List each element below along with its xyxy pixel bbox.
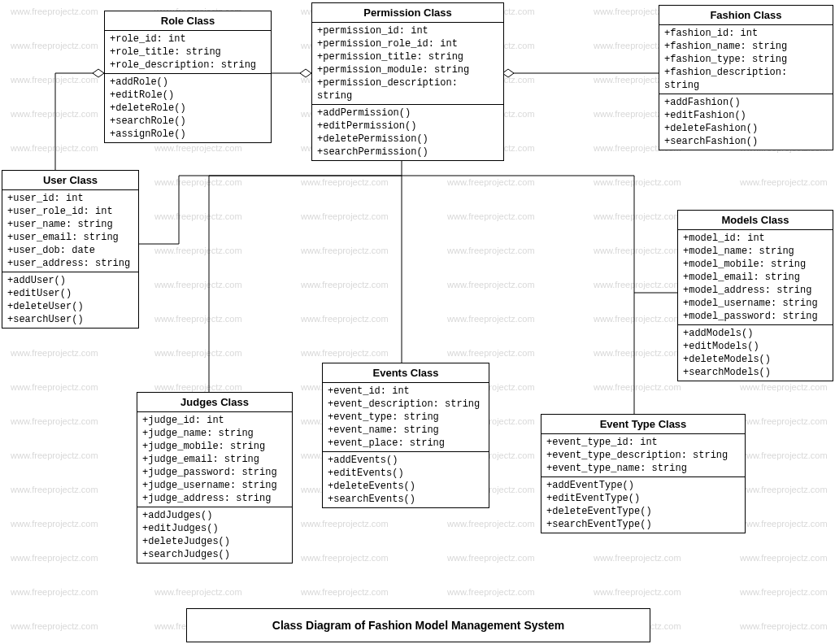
watermark-text: www.freeprojectz.com <box>740 519 828 529</box>
class-member: +addModels() <box>683 327 828 340</box>
class-attrs: +event_type_id: int+event_type_descripti… <box>541 434 745 476</box>
class-member: +editPermission() <box>317 120 498 133</box>
class-ops: +addRole()+editRole()+deleteRole()+searc… <box>105 73 271 142</box>
watermark-text: www.freeprojectz.com <box>154 587 242 597</box>
class-ops: +addPermission()+editPermission()+delete… <box>312 104 503 160</box>
class-models: Models Class +model_id: int+model_name: … <box>677 210 833 381</box>
class-member: +model_password: string <box>683 310 828 323</box>
class-member: +addUser() <box>7 274 133 287</box>
class-attrs: +user_id: int+user_role_id: int+user_nam… <box>2 190 138 272</box>
class-title: Role Class <box>105 11 271 31</box>
class-title: User Class <box>2 171 138 190</box>
watermark-text: www.freeprojectz.com <box>11 587 98 597</box>
class-member: +searchJudges() <box>142 548 287 561</box>
watermark-text: www.freeprojectz.com <box>301 519 389 529</box>
watermark-text: www.freeprojectz.com <box>301 587 389 597</box>
class-member: +addEventType() <box>546 479 740 492</box>
class-member: +judge_password: string <box>142 466 287 479</box>
watermark-text: www.freeprojectz.com <box>11 143 98 153</box>
class-ops: +addFashion()+editFashion()+deleteFashio… <box>659 94 833 150</box>
class-member: +user_name: string <box>7 218 133 231</box>
watermark-text: www.freeprojectz.com <box>740 485 828 494</box>
diagram-title-text: Class Diagram of Fashion Model Managemen… <box>272 619 564 632</box>
class-member: +event_type_description: string <box>546 449 740 462</box>
watermark-text: www.freeprojectz.com <box>154 211 242 221</box>
watermark-text: www.freeprojectz.com <box>154 382 242 392</box>
class-member: +searchEvents() <box>328 493 484 506</box>
watermark-text: www.freeprojectz.com <box>594 177 681 187</box>
watermark-text: www.freeprojectz.com <box>11 621 98 631</box>
class-member: +searchFashion() <box>664 135 828 148</box>
class-member: +event_description: string <box>328 398 484 411</box>
class-member: +model_id: int <box>683 232 828 245</box>
class-attrs: +role_id: int+role_title: string+role_de… <box>105 31 271 73</box>
class-member: +event_name: string <box>328 424 484 437</box>
watermark-text: www.freeprojectz.com <box>154 348 242 358</box>
class-member: +assignRole() <box>110 128 266 141</box>
watermark-text: www.freeprojectz.com <box>594 211 681 221</box>
class-member: +user_role_id: int <box>7 205 133 218</box>
class-title: Models Class <box>678 211 833 230</box>
watermark-text: www.freeprojectz.com <box>11 382 98 392</box>
class-member: +deleteModels() <box>683 353 828 366</box>
watermark-text: www.freeprojectz.com <box>447 348 535 358</box>
diagram-title: Class Diagram of Fashion Model Managemen… <box>186 608 650 642</box>
class-attrs: +permission_id: int+permission_role_id: … <box>312 23 503 104</box>
watermark-text: www.freeprojectz.com <box>594 246 681 255</box>
class-eventtype: Event Type Class +event_type_id: int+eve… <box>541 414 746 533</box>
watermark-text: www.freeprojectz.com <box>301 246 389 255</box>
watermark-text: www.freeprojectz.com <box>740 621 828 631</box>
class-title: Fashion Class <box>659 6 833 25</box>
class-judges: Judges Class +judge_id: int+judge_name: … <box>137 392 293 564</box>
class-member: +deleteJudges() <box>142 535 287 548</box>
class-member: +searchUser() <box>7 313 133 326</box>
watermark-text: www.freeprojectz.com <box>594 348 681 358</box>
watermark-text: www.freeprojectz.com <box>447 314 535 324</box>
watermark-text: www.freeprojectz.com <box>154 143 242 153</box>
class-title: Event Type Class <box>541 415 745 434</box>
watermark-text: www.freeprojectz.com <box>447 519 535 529</box>
watermark-text: www.freeprojectz.com <box>11 553 98 563</box>
watermark-text: www.freeprojectz.com <box>11 416 98 426</box>
class-member: +deleteEvents() <box>328 480 484 493</box>
watermark-text: www.freeprojectz.com <box>301 177 389 187</box>
watermark-text: www.freeprojectz.com <box>154 246 242 255</box>
watermark-text: www.freeprojectz.com <box>301 314 389 324</box>
class-member: +addFashion() <box>664 96 828 109</box>
watermark-text: www.freeprojectz.com <box>11 41 98 50</box>
class-member: +event_type_name: string <box>546 462 740 475</box>
watermark-text: www.freeprojectz.com <box>740 177 828 187</box>
class-member: +fashion_name: string <box>664 40 828 53</box>
class-member: +deleteFashion() <box>664 122 828 135</box>
class-title: Judges Class <box>137 393 292 412</box>
watermark-text: www.freeprojectz.com <box>447 211 535 221</box>
watermark-text: www.freeprojectz.com <box>594 280 681 289</box>
class-fashion: Fashion Class +fashion_id: int+fashion_n… <box>659 5 833 150</box>
class-member: +addJudges() <box>142 509 287 522</box>
class-member: +model_email: string <box>683 271 828 284</box>
watermark-text: www.freeprojectz.com <box>11 450 98 460</box>
watermark-text: www.freeprojectz.com <box>301 348 389 358</box>
class-member: +searchModels() <box>683 366 828 379</box>
watermark-text: www.freeprojectz.com <box>594 382 681 392</box>
class-ops: +addJudges()+editJudges()+deleteJudges()… <box>137 507 292 563</box>
watermark-text: www.freeprojectz.com <box>11 7 98 16</box>
class-member: +model_username: string <box>683 297 828 310</box>
watermark-text: www.freeprojectz.com <box>154 280 242 289</box>
class-member: +user_address: string <box>7 257 133 270</box>
class-member: +judge_address: string <box>142 492 287 505</box>
watermark-text: www.freeprojectz.com <box>11 109 98 119</box>
watermark-text: www.freeprojectz.com <box>11 485 98 494</box>
class-member: +permission_role_id: int <box>317 37 498 50</box>
class-member: +judge_name: string <box>142 427 287 440</box>
watermark-text: www.freeprojectz.com <box>447 280 535 289</box>
class-ops: +addUser()+editUser()+deleteUser()+searc… <box>2 272 138 328</box>
class-ops: +addEvents()+editEvents()+deleteEvents()… <box>323 451 489 507</box>
class-title: Events Class <box>323 363 489 383</box>
class-member: +fashion_type: string <box>664 53 828 66</box>
watermark-text: www.freeprojectz.com <box>447 177 535 187</box>
class-member: +fashion_description: string <box>664 66 828 92</box>
class-member: +deletePermission() <box>317 133 498 146</box>
watermark-text: www.freeprojectz.com <box>740 553 828 563</box>
class-member: +searchEventType() <box>546 518 740 531</box>
